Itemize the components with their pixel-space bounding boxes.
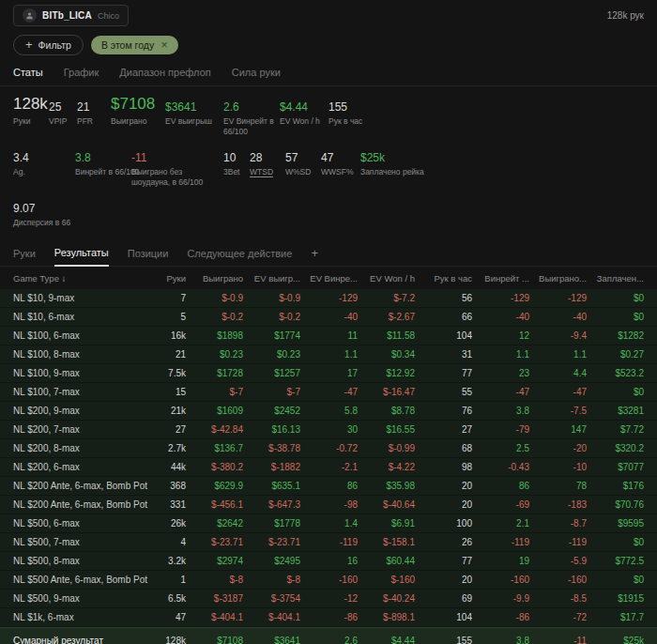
- subtab-hands[interactable]: Руки: [13, 248, 36, 266]
- close-icon[interactable]: ×: [160, 40, 168, 50]
- value-cell: 100: [415, 518, 472, 529]
- column-header-4[interactable]: EV Винре...: [300, 273, 358, 284]
- value-cell: 16: [300, 556, 358, 566]
- stat-aggression: 3.4Ag.: [13, 146, 75, 177]
- summary-value-cell: $25k: [587, 636, 644, 644]
- add-filter-button[interactable]: + Фильтр: [13, 35, 84, 55]
- subtab-positions[interactable]: Позиции: [128, 248, 169, 266]
- value-cell: $-38.78: [243, 443, 300, 453]
- value-cell: $9595: [587, 518, 644, 529]
- column-header-7[interactable]: Винрейт ...: [472, 273, 529, 284]
- value-cell: $1282: [587, 330, 644, 341]
- stat-label: EV Винрейт в 66/100: [223, 116, 276, 137]
- value-cell: 16k: [129, 330, 186, 341]
- table-row[interactable]: NL $10, 6-max5$-0.2$-0.2-40$-2.6766-40-4…: [0, 308, 657, 327]
- table-row[interactable]: NL $200, 8-max2.7k$136.7$-38.78-0.72$-0.…: [0, 439, 657, 458]
- plus-icon: +: [25, 40, 33, 50]
- column-header-9[interactable]: Заплачен...: [587, 273, 644, 284]
- value-cell: -12: [300, 593, 358, 604]
- tab-preflop-range[interactable]: Диапазон префлоп: [119, 67, 210, 78]
- value-cell: -129: [300, 293, 358, 303]
- table-row[interactable]: NL $100, 7-max15$-7$-7-47$-16.4755-47-47…: [0, 383, 657, 402]
- value-cell: $17.7: [587, 612, 644, 622]
- stat-wwsf: 47WWSF%: [321, 146, 360, 177]
- value-cell: $1774: [243, 330, 300, 341]
- value-cell: 31: [415, 349, 472, 360]
- table-row[interactable]: NL $200, 6-max44k$-380.2$-1882-2.1$-4.22…: [0, 458, 657, 477]
- value-cell: $1728: [186, 368, 243, 378]
- value-cell: -160: [300, 575, 358, 585]
- stat-label: Рук в час: [328, 116, 362, 127]
- value-cell: -119: [529, 537, 587, 547]
- subtab-results[interactable]: Результаты: [54, 247, 109, 267]
- add-tab-button[interactable]: +: [311, 246, 318, 266]
- value-cell: $1778: [243, 518, 300, 529]
- tab-stats[interactable]: Статы: [13, 67, 43, 78]
- tab-chart[interactable]: График: [64, 67, 99, 78]
- value-cell: 104: [415, 330, 472, 341]
- stat-label: WTSD: [250, 167, 285, 177]
- stat-value: 47: [321, 146, 360, 164]
- value-cell: 4.4: [529, 368, 587, 378]
- value-cell: $-0.99: [358, 443, 415, 453]
- table-row[interactable]: NL $200, 9-max21k$1609$24525.8$8.78763.8…: [0, 402, 657, 421]
- stat-label: 3Bet: [223, 167, 250, 177]
- column-header-2[interactable]: Выиграно: [186, 273, 243, 284]
- column-header-8[interactable]: Выиграно...: [529, 273, 587, 284]
- column-header-0[interactable]: Game Type ↓: [13, 273, 129, 284]
- table-row[interactable]: NL $500, 7-max4$-23.71$-23.71-119$-158.1…: [0, 533, 657, 552]
- table-row[interactable]: NL $500, 8-max3.2k$2974$249516$60.447719…: [0, 552, 657, 571]
- value-cell: -129: [472, 293, 529, 303]
- stats-panel: 128kРуки25VPIP21PFR$7108Выиграно$3641EV …: [0, 86, 657, 241]
- column-header-label: Game Type: [13, 273, 59, 284]
- value-cell: $-0.9: [243, 293, 300, 303]
- value-cell: 331: [129, 499, 186, 510]
- column-header-3[interactable]: EV выигр...: [243, 273, 300, 284]
- value-cell: 20: [415, 499, 472, 510]
- value-cell: $8.78: [358, 406, 415, 416]
- value-cell: -7.5: [529, 406, 587, 416]
- summary-value-cell: $7108: [186, 636, 243, 644]
- table-row[interactable]: NL $200 Ante, 6-max, Bomb Pot368$629.9$6…: [0, 477, 657, 496]
- table-row[interactable]: NL $500 Ante, 6-max, Bomb Pot1$-8$-8-160…: [0, 571, 657, 590]
- table-header-row: Game Type ↓РукиВыиграноEV выигр...EV Вин…: [0, 267, 657, 289]
- table-row[interactable]: NL $500, 9-max6.5k$-3187$-3754-12$-40.24…: [0, 590, 657, 608]
- value-cell: $2642: [186, 518, 243, 529]
- tab-hand-strength[interactable]: Сила руки: [232, 67, 281, 78]
- table-row[interactable]: NL $100, 6-max16k$1898$177411$11.5810412…: [0, 327, 657, 345]
- table-row[interactable]: NL $100, 8-max21$0.23$0.231.1$0.34311.11…: [0, 345, 657, 364]
- value-cell: -40: [529, 312, 587, 322]
- value-cell: $-7: [186, 387, 243, 397]
- column-header-1[interactable]: Руки: [129, 273, 186, 284]
- table-row[interactable]: NL $200 Ante, 6-max, Bomb Pot331$-456.1$…: [0, 496, 657, 514]
- table-row[interactable]: NL $500, 6-max26k$2642$17781.4$6.911002.…: [0, 514, 657, 533]
- value-cell: $176: [587, 481, 644, 491]
- value-cell: 2.1: [472, 518, 529, 529]
- value-cell: 77: [415, 556, 472, 566]
- stat-value: 155: [328, 96, 362, 114]
- value-cell: $523.2: [587, 368, 644, 378]
- game-type-cell: NL $200, 9-max: [13, 406, 129, 416]
- value-cell: $-1882: [243, 462, 300, 472]
- game-type-cell: NL $100, 7-max: [13, 387, 129, 397]
- table-row[interactable]: NL $10, 9-max7$-0.9$-0.9-129$-7.256-129-…: [0, 289, 657, 308]
- stat-value: 28: [250, 146, 285, 164]
- column-header-6[interactable]: Рук в час: [415, 273, 472, 284]
- value-cell: $-23.71: [186, 537, 243, 547]
- game-type-cell: NL $100, 8-max: [13, 349, 129, 360]
- table-row[interactable]: NL $200, 7-max27$-42.84$16.1330$16.5527-…: [0, 421, 657, 439]
- column-header-5[interactable]: EV Won / h: [358, 273, 415, 284]
- value-cell: 19: [472, 556, 529, 566]
- summary-row: Сумарный результат128k$7108$36412.6$4.44…: [0, 627, 657, 644]
- filter-chip-this-year[interactable]: В этом году ×: [91, 36, 178, 54]
- value-cell: -5.9: [529, 556, 587, 566]
- value-cell: $-16.47: [358, 387, 415, 397]
- player-selector[interactable]: BITb_LICA Chico: [13, 5, 129, 26]
- value-cell: 3.2k: [129, 556, 186, 566]
- subtab-next-action[interactable]: Следующее действие: [187, 248, 292, 266]
- table-row[interactable]: NL $100, 9-max7.5k$1728$125717$12.927723…: [0, 364, 657, 383]
- player-network: Chico: [98, 11, 119, 21]
- value-cell: $0.34: [358, 349, 415, 360]
- table-row[interactable]: NL $1k, 6-max47$-404.1$-404.1-86$-898.11…: [0, 608, 657, 627]
- report-tabs: РукиРезультатыПозицииСледующее действие+: [0, 241, 657, 267]
